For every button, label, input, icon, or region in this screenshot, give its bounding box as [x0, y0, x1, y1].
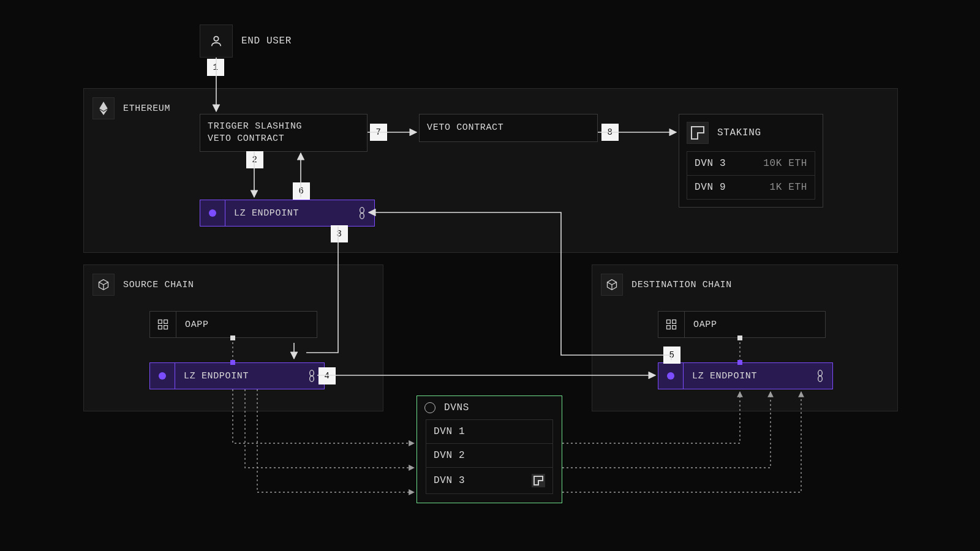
- svg-point-8: [310, 376, 314, 381]
- svg-point-14: [818, 376, 823, 381]
- svg-point-7: [310, 370, 314, 376]
- lz-endpoint-destination: LZ ENDPOINT: [658, 362, 833, 389]
- source-oapp-box: OAPP: [149, 311, 317, 338]
- source-chain-label: SOURCE CHAIN: [123, 280, 194, 290]
- svg-rect-9: [667, 320, 671, 324]
- step-badge-5: 5: [663, 347, 680, 364]
- staking-row-amount: 10K ETH: [763, 158, 807, 169]
- dvns-box: DVNS DVN 1 DVN 2 DVN 3: [417, 395, 562, 503]
- destination-oapp-box: OAPP: [658, 311, 826, 338]
- layerzero-icon: [687, 122, 709, 144]
- step-badge-3: 3: [331, 225, 348, 242]
- lz-endpoint-label: LZ ENDPOINT: [692, 371, 757, 381]
- staking-title: STAKING: [717, 127, 761, 138]
- veto-contract-box: VETO CONTRACT: [419, 114, 598, 142]
- dvn-name: DVN 1: [434, 426, 465, 437]
- circle-icon: [209, 209, 216, 217]
- lz-endpoint-ethereum: LZ ENDPOINT: [200, 200, 375, 227]
- staking-row-name: DVN 9: [695, 182, 726, 193]
- svg-point-1: [360, 208, 364, 213]
- svg-rect-10: [673, 320, 676, 324]
- svg-rect-3: [159, 320, 162, 324]
- svg-rect-4: [164, 320, 168, 324]
- staking-row-amount: 1K ETH: [770, 182, 807, 193]
- svg-point-13: [818, 370, 823, 376]
- dvn-row: DVN 3: [426, 468, 553, 494]
- destination-oapp-label: OAPP: [685, 312, 825, 337]
- step-badge-1: 1: [207, 59, 224, 76]
- lz-endpoint-label: LZ ENDPOINT: [184, 371, 249, 381]
- trigger-line1: TRIGGER SLASHING: [208, 121, 302, 133]
- end-user: END USER: [200, 24, 292, 58]
- trigger-slashing-box: TRIGGER SLASHING VETO CONTRACT: [200, 114, 368, 152]
- lz-endpoint-source: LZ ENDPOINT: [149, 362, 325, 389]
- svg-point-0: [214, 37, 218, 41]
- step-badge-2: 2: [246, 151, 263, 168]
- source-oapp-label: OAPP: [176, 312, 317, 337]
- dvn-row: DVN 1: [426, 419, 553, 444]
- chain-icon: [357, 207, 367, 219]
- svg-rect-11: [667, 326, 671, 329]
- chain-icon: [815, 370, 825, 382]
- svg-rect-6: [164, 326, 168, 329]
- destination-chain-label: DESTINATION CHAIN: [631, 280, 732, 290]
- staking-row: DVN 3 10K ETH: [687, 151, 815, 176]
- step-badge-8: 8: [601, 124, 619, 141]
- dvn-row: DVN 2: [426, 444, 553, 468]
- trigger-line2: VETO CONTRACT: [208, 133, 302, 145]
- veto-contract-label: VETO CONTRACT: [420, 116, 511, 140]
- dvn-name: DVN 3: [434, 475, 465, 486]
- grid-icon: [658, 312, 685, 337]
- cube-icon: [92, 274, 115, 296]
- dvn-name: DVN 2: [434, 450, 465, 461]
- svg-rect-5: [159, 326, 162, 329]
- ethereum-label: ETHEREUM: [123, 103, 170, 114]
- svg-point-2: [360, 213, 364, 219]
- circle-outline-icon: [424, 402, 435, 413]
- step-badge-6: 6: [293, 182, 310, 200]
- destination-chain-panel: DESTINATION CHAIN: [592, 264, 898, 411]
- user-icon: [200, 24, 233, 58]
- dvns-title: DVNS: [444, 402, 469, 413]
- step-badge-7: 7: [370, 124, 387, 141]
- staking-row-name: DVN 3: [695, 158, 726, 169]
- grid-icon: [150, 312, 176, 337]
- staking-box: STAKING DVN 3 10K ETH DVN 9 1K ETH: [679, 114, 823, 208]
- svg-rect-12: [673, 326, 676, 329]
- staking-row: DVN 9 1K ETH: [687, 176, 815, 200]
- source-chain-panel: SOURCE CHAIN: [83, 264, 383, 411]
- layerzero-icon: [532, 474, 545, 487]
- circle-icon: [159, 372, 166, 380]
- lz-endpoint-label: LZ ENDPOINT: [234, 208, 299, 219]
- end-user-label: END USER: [241, 36, 292, 47]
- step-badge-4: 4: [318, 367, 336, 384]
- cube-icon: [601, 274, 623, 296]
- chain-icon: [307, 370, 317, 382]
- ethereum-icon: [92, 97, 115, 119]
- circle-icon: [667, 372, 674, 380]
